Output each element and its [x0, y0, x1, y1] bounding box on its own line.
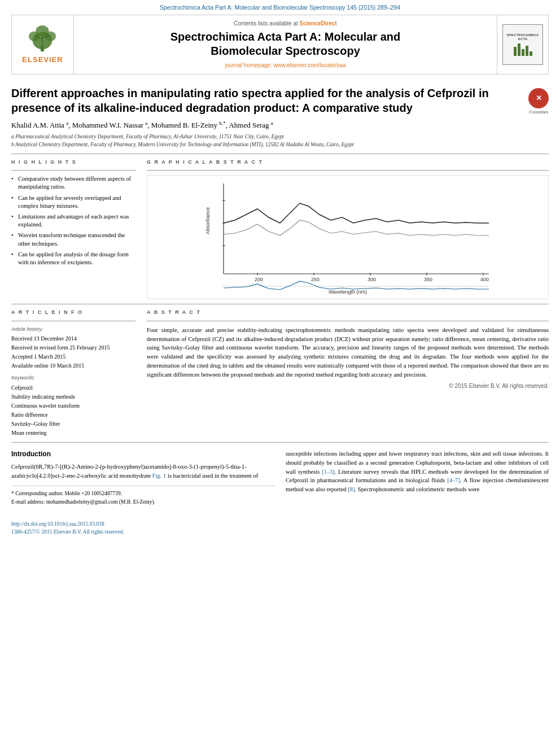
- citation-1-3[interactable]: [1–3]: [322, 469, 335, 475]
- revised-date: Received in revised form 25 February 201…: [11, 344, 135, 352]
- introduction-left: Introduction Cefprozil(6R,7R)-7-[(R)-2-A…: [11, 449, 274, 506]
- journal-reference-bar: Spectrochimica Acta Part A: Molecular an…: [0, 0, 560, 15]
- elsevier-logo: ELSEVIER: [22, 24, 63, 65]
- bar-2: [518, 43, 520, 56]
- main-content: Different approaches in manipulating rat…: [11, 75, 549, 512]
- email-note: E-mail address: mohamedhadreleiny@gmail.…: [11, 498, 274, 506]
- journal-logo-area: SPECTROCHIMICAACTA: [497, 15, 548, 74]
- abstract-column: A B S T R A C T Four simple, accurate an…: [147, 309, 549, 438]
- bar-3: [522, 49, 524, 56]
- svg-rect-8: [201, 178, 495, 296]
- contents-available-text: Contents lists available at ScienceDirec…: [234, 20, 336, 28]
- graphical-abstract-divider: [147, 170, 549, 171]
- fig1-link[interactable]: Fig. 1: [152, 473, 167, 479]
- article-info-divider: [11, 321, 135, 321]
- article-history-label: Article history:: [11, 326, 135, 333]
- svg-text:Wavelength (nm): Wavelength (nm): [329, 289, 367, 295]
- sciencedirect-link[interactable]: ScienceDirect: [300, 20, 337, 27]
- highlights-graphical-section: H I G H L I G H T S Comparative study be…: [11, 159, 549, 300]
- journal-reference-text: Spectrochimica Acta Part A: Molecular an…: [160, 4, 400, 11]
- keyword-item: Cefprozil: [11, 383, 135, 392]
- svg-text:250: 250: [311, 277, 320, 282]
- highlight-item: Can be applied for severely overlapped a…: [11, 194, 135, 210]
- highlight-item: Comparative study between different aspe…: [11, 175, 135, 191]
- corresponding-author-note: * Corresponding author. Mobile +20 10052…: [11, 490, 274, 497]
- svg-text:400: 400: [480, 277, 489, 282]
- abstract-divider: [147, 321, 549, 321]
- received-date: Received 13 December 2014: [11, 335, 135, 343]
- highlight-item: Can be applied for analysis of the dosag…: [11, 251, 135, 267]
- elsevier-tree-icon: [23, 24, 62, 53]
- article-info-heading: A R T I C L E I N F O: [11, 309, 135, 316]
- highlights-column: H I G H L I G H T S Comparative study be…: [11, 159, 135, 300]
- introduction-right-text: susceptible infections including upper a…: [286, 449, 549, 494]
- divider-2: [11, 304, 549, 304]
- spectra-logo-text: SPECTROCHIMICAACTA: [506, 33, 539, 41]
- introduction-right: susceptible infections including upper a…: [286, 449, 549, 506]
- keyword-item: Continuous wavelet transform: [11, 401, 135, 410]
- svg-text:Absorbance: Absorbance: [205, 207, 211, 234]
- highlights-heading: H I G H L I G H T S: [11, 159, 135, 166]
- keyword-item: Stability indicating methods: [11, 392, 135, 401]
- keyword-item: Savitzky–Golay filter: [11, 420, 135, 429]
- affiliations: a Pharmaceutical Analytical Chemistry De…: [11, 133, 549, 149]
- spectra-logo: SPECTROCHIMICAACTA: [502, 24, 543, 65]
- highlights-divider: [11, 170, 135, 171]
- doi-link[interactable]: http://dx.doi.org/10.1016/j.saa.2015.03.…: [11, 521, 549, 528]
- affiliation-b: b Analytical Chemistry Department, Facul…: [11, 141, 549, 148]
- keyword-item: Ratio difference: [11, 410, 135, 420]
- copyright-line: © 2015 Elsevier B.V. All rights reserved…: [147, 382, 549, 390]
- spectrum-chart-svg: 200 250 300 350 400 Wavelength (nm) Abso…: [147, 178, 548, 296]
- accepted-date: Accepted 1 March 2015: [11, 353, 135, 361]
- abstract-heading: A B S T R A C T: [147, 309, 549, 316]
- bar-4: [526, 46, 528, 56]
- svg-text:200: 200: [255, 277, 263, 282]
- divider-1: [11, 154, 549, 154]
- svg-point-4: [36, 25, 49, 36]
- highlight-item: Limitations and advantages of each aspec…: [11, 213, 135, 229]
- journal-title-text: Spectrochimica Acta Part A: Molecular an…: [170, 30, 401, 58]
- journal-header: ELSEVIER Contents lists available at Sci…: [11, 15, 549, 75]
- svg-text:350: 350: [424, 277, 432, 282]
- crossmark-label: CrossMark: [528, 110, 549, 115]
- highlights-list: Comparative study between different aspe…: [11, 175, 135, 267]
- divider-3: [11, 442, 549, 443]
- footnote-section: * Corresponding author. Mobile +20 10052…: [11, 486, 274, 506]
- crossmark-icon: ✕: [528, 88, 549, 108]
- journal-homepage-text: journal homepage: www.elsevier.com/locat…: [225, 62, 345, 69]
- article-info-column: A R T I C L E I N F O Article history: R…: [11, 309, 135, 438]
- citation-4-7[interactable]: [4–7]: [447, 477, 460, 483]
- bar-1: [514, 47, 517, 56]
- bottom-link-bar: http://dx.doi.org/10.1016/j.saa.2015.03.…: [0, 517, 560, 540]
- keyword-item: Mean centering: [11, 429, 135, 438]
- abstract-text: Four simple, accurate and precise stabil…: [147, 326, 549, 379]
- crossmark-badge: ✕ CrossMark: [528, 88, 549, 115]
- bar-5: [530, 51, 532, 56]
- article-title-section: Different approaches in manipulating rat…: [11, 86, 549, 115]
- affiliation-a: a Pharmaceutical Analytical Chemistry De…: [11, 133, 549, 141]
- spectra-logo-bars: [514, 43, 532, 56]
- citation-8[interactable]: [8]: [348, 486, 355, 492]
- introduction-heading: Introduction: [11, 449, 274, 459]
- introduction-left-text: Cefprozil(6R,7R)-7-[(R)-2-Amino-2-(p-hyd…: [11, 462, 274, 480]
- graphical-abstract-column: G R A P H I C A L A B S T R A C T: [147, 159, 549, 300]
- keywords-list: Cefprozil Stability indicating methods C…: [11, 383, 135, 438]
- svg-text:300: 300: [368, 277, 376, 282]
- journal-title-area: Contents lists available at ScienceDirec…: [74, 15, 497, 74]
- graphical-abstract-image: 200 250 300 350 400 Wavelength (nm) Abso…: [147, 175, 549, 299]
- elsevier-logo-area: ELSEVIER: [12, 15, 74, 74]
- article-title: Different approaches in manipulating rat…: [11, 86, 522, 115]
- issn-line: 1386-4257/© 2015 Elsevier B.V. All right…: [11, 528, 549, 536]
- article-info-abstract-section: A R T I C L E I N F O Article history: R…: [11, 309, 549, 438]
- introduction-section: Introduction Cefprozil(6R,7R)-7-[(R)-2-A…: [11, 449, 549, 506]
- keywords-label: Keywords:: [11, 374, 135, 382]
- available-date: Available online 10 March 2015: [11, 362, 135, 370]
- authors-line: Khalid A.M. Attia a, Mohammed W.I. Nassa…: [11, 120, 549, 131]
- graphical-abstract-heading: G R A P H I C A L A B S T R A C T: [147, 159, 549, 166]
- elsevier-text-label: ELSEVIER: [22, 55, 63, 65]
- highlight-item: Wavelet transform technique transcended …: [11, 231, 135, 247]
